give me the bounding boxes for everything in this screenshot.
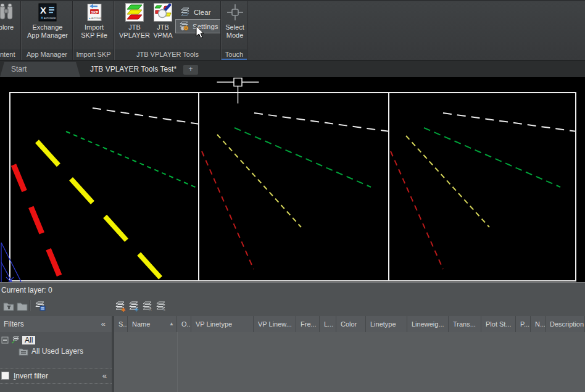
file-tab-bar: Start JTB VPLAYER Tools Test*✕ + <box>0 60 585 77</box>
dashed-line[interactable] <box>443 113 576 131</box>
viewport-3-border[interactable] <box>389 93 576 281</box>
ucs-paperspace-icon <box>1 243 22 282</box>
column-header-trans[interactable]: Trans... <box>449 316 481 332</box>
column-header-row: S...Name▲O...VP LinetypeVP Linew...Fre..… <box>114 316 585 332</box>
dashed-line[interactable] <box>14 165 64 282</box>
filter-tree-item-all[interactable]: ✓ All <box>0 335 35 345</box>
column-header-description[interactable]: Description <box>546 316 585 332</box>
viewport-1-border[interactable] <box>10 93 199 281</box>
invert-collapse-icon[interactable]: « <box>102 371 107 380</box>
ribbon-panel-app-manager: X AUTODESK Exchange App Manager App Mana… <box>21 1 73 60</box>
column-header-linetype[interactable]: Linetype <box>366 316 407 332</box>
jtb-vplayer-button[interactable]: JTB VPLAYER <box>118 3 151 40</box>
column-header-l[interactable]: L... <box>320 316 336 332</box>
column-header-n[interactable]: N... <box>531 316 546 332</box>
dashed-line[interactable] <box>66 131 199 189</box>
dashed-line[interactable] <box>217 135 301 227</box>
pickbox <box>234 78 242 86</box>
current-layer-status: Current layer: 0 <box>1 286 52 294</box>
jtb-vplayer-label-2: VPLAYER <box>119 31 150 40</box>
panel-label-import-skp[interactable]: Import SKP <box>73 49 114 60</box>
new-tab-button[interactable]: + <box>183 65 198 75</box>
jtb-vpma-label-2: VPMA <box>153 31 172 40</box>
drawing-area[interactable] <box>0 77 585 282</box>
column-header-plotst[interactable]: Plot St... <box>481 316 516 332</box>
svg-text:X: X <box>40 5 46 15</box>
select-mode-button[interactable]: Select Mode <box>222 3 247 40</box>
property-filter-icon <box>2 300 15 312</box>
layer-palette-toolbar: ✱ ✳ ✕ <box>0 299 585 314</box>
dashed-line[interactable] <box>391 151 443 269</box>
column-header-s[interactable]: S... <box>114 316 128 332</box>
column-header-vplinetype[interactable]: VP Linetype <box>191 316 254 332</box>
panel-label-touch[interactable]: Touch <box>222 49 247 60</box>
invert-filter-checkbox[interactable] <box>1 372 9 380</box>
dashed-line[interactable] <box>93 108 199 124</box>
new-property-filter-button[interactable] <box>2 300 15 312</box>
column-header-vplinew[interactable]: VP Linew... <box>254 316 296 332</box>
jtb-vpma-icon <box>154 3 172 22</box>
column-grid-line <box>177 332 178 392</box>
ribbon-panel-import-skp: SKP AUTODESK Import SKP File Import SKP <box>73 1 114 60</box>
viewport-2-border[interactable] <box>199 93 389 281</box>
column-header-p[interactable]: P... <box>516 316 531 332</box>
tab-start[interactable]: Start <box>0 62 80 77</box>
import-label-1: Import <box>85 23 104 31</box>
dashed-line[interactable] <box>202 151 254 269</box>
ribbon-panel-touch: Select Mode Touch <box>221 1 247 60</box>
new-layer-vp-frozen-button[interactable]: ✳ <box>128 300 140 312</box>
svg-text:AUTODESK: AUTODESK <box>91 17 103 20</box>
dashed-line[interactable] <box>254 113 389 131</box>
filter-tree-item-all-used[interactable]: All Used Layers <box>0 346 83 356</box>
jtb-vpma-button[interactable]: JTB VPMA <box>151 3 175 40</box>
filters-title: Filters <box>4 320 24 328</box>
select-mode-label-1: Select <box>225 23 244 31</box>
dashed-line[interactable] <box>234 128 371 187</box>
svg-text:SKP: SKP <box>91 10 98 14</box>
svg-text:✎: ✎ <box>162 307 166 312</box>
new-layer-button[interactable]: ✱ <box>114 300 127 312</box>
layer-list-body[interactable] <box>114 332 585 392</box>
autocad-window: plore ntent X AUTODESK Exchange App Mana… <box>0 0 585 392</box>
clear-button[interactable]: Clear <box>176 5 214 19</box>
filters-header: Filters « <box>0 316 112 332</box>
drawing-svg[interactable] <box>0 77 585 282</box>
column-header-fre[interactable]: Fre... <box>296 316 320 332</box>
viewport-2-content[interactable] <box>202 113 389 269</box>
layer-states-icon <box>34 300 46 312</box>
column-header-o[interactable]: O... <box>177 316 191 332</box>
filter-all-label[interactable]: All <box>22 336 35 344</box>
tree-expander-icon[interactable] <box>1 336 9 344</box>
new-group-filter-button[interactable] <box>16 300 28 312</box>
tab-drawing-active[interactable]: JTB VPLAYER Tools Test*✕ <box>79 62 181 77</box>
jtb-vplayer-label-1: JTB <box>128 23 141 31</box>
viewport-1-content[interactable] <box>14 108 199 282</box>
panel-label-app-manager[interactable]: App Manager <box>22 49 72 60</box>
invert-filter-row: Invert filter « <box>0 369 112 384</box>
set-current-layer-button[interactable]: ✎ <box>155 300 167 312</box>
panel-label-content[interactable]: ntent <box>0 49 20 60</box>
dashed-line[interactable] <box>406 136 489 227</box>
layer-states-manager-button[interactable] <box>34 300 46 312</box>
exchange-app-manager-button[interactable]: X AUTODESK Exchange App Manager <box>23 3 72 40</box>
clear-layers-icon <box>180 7 191 17</box>
set-current-layer-icon: ✎ <box>155 300 167 312</box>
import-skp-icon: SKP AUTODESK <box>85 3 104 22</box>
delete-layer-button[interactable]: ✕ <box>141 300 154 312</box>
dashed-line[interactable] <box>37 141 168 282</box>
column-header-lineweig[interactable]: Lineweig... <box>407 316 449 332</box>
ucs-paperspace-icon-detail <box>1 262 12 282</box>
panel-label-jtb-vplayer-tools[interactable]: JTB VPLAYER Tools <box>115 49 220 60</box>
invert-filter-label[interactable]: Invert filter <box>14 372 48 380</box>
column-header-name[interactable]: Name▲ <box>128 316 177 332</box>
explore-button[interactable]: plore <box>0 3 21 31</box>
binoculars-icon <box>0 3 15 22</box>
import-skp-file-button[interactable]: SKP AUTODESK Import SKP File <box>75 3 114 40</box>
filter-all-used-label[interactable]: All Used Layers <box>31 347 83 356</box>
svg-text:✳: ✳ <box>135 307 139 313</box>
column-header-color[interactable]: Color <box>336 316 366 332</box>
ribbon-panel-content: plore ntent <box>0 1 21 60</box>
dashed-line[interactable] <box>424 128 560 187</box>
viewport-3-content[interactable] <box>391 113 576 269</box>
filters-collapse-icon[interactable]: « <box>101 316 106 332</box>
